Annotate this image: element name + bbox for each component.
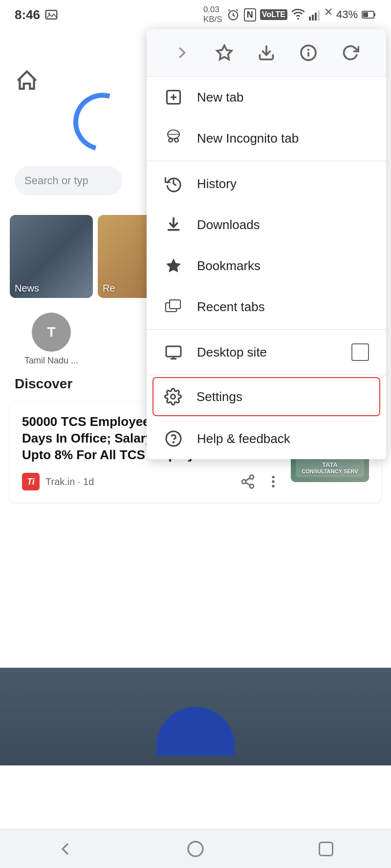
shortcut-area[interactable]: T Tamil Nadu ... (24, 313, 78, 366)
recent-tabs-label: Recent tabs (197, 299, 369, 315)
svg-rect-14 (363, 12, 368, 17)
downloads-label: Downloads (197, 217, 369, 233)
svg-point-38 (175, 139, 178, 142)
news-source: Ti Trak.in · 1d (22, 473, 94, 490)
status-left: 8:46 (15, 7, 59, 22)
download-button[interactable] (253, 39, 280, 66)
svg-line-4 (237, 10, 238, 11)
svg-line-18 (245, 483, 250, 485)
bookmarks-icon (164, 256, 183, 275)
svg-point-16 (242, 480, 246, 484)
divider-1 (147, 161, 386, 161)
re-label: Re (103, 283, 115, 294)
shortcut-icon: T (32, 313, 71, 352)
desktop-site-icon (164, 342, 183, 362)
svg-rect-13 (374, 13, 375, 16)
svg-rect-42 (170, 300, 180, 309)
menu-item-downloads[interactable]: Downloads (147, 204, 386, 245)
dropdown-menu: New tab New Incognito tab History (147, 29, 386, 459)
downloads-icon (164, 215, 183, 234)
svg-point-20 (272, 476, 274, 478)
settings-label: Settings (196, 389, 369, 404)
search-placeholder: Search or typ (24, 174, 88, 187)
menu-item-recent-tabs[interactable]: Recent tabs (147, 286, 386, 327)
svg-point-49 (188, 842, 203, 856)
desktop-site-label: Desktop site (197, 345, 338, 360)
menu-item-settings[interactable]: Settings (152, 377, 380, 416)
home-button[interactable] (181, 834, 210, 864)
bookmark-button[interactable] (211, 39, 238, 66)
svg-rect-8 (315, 13, 317, 21)
desktop-site-checkbox[interactable] (351, 343, 369, 361)
status-right: 0.03KB/S N VoLTE 43% (203, 5, 376, 24)
new-tab-icon (164, 87, 183, 107)
n-badge: N (244, 8, 256, 21)
battery-percent: 43% (336, 8, 358, 21)
forward-button[interactable] (169, 39, 196, 66)
divider-2 (147, 329, 386, 330)
recents-button[interactable] (311, 834, 341, 864)
tcs-logo-line2: CONSULTANCY SERV (299, 468, 361, 474)
back-button[interactable] (50, 834, 80, 864)
help-icon (164, 429, 183, 448)
shortcut-label: Tamil Nadu ... (24, 356, 78, 366)
menu-item-help[interactable]: Help & feedback (147, 418, 386, 459)
svg-point-22 (272, 485, 274, 487)
more-icon[interactable] (265, 474, 281, 489)
history-icon (164, 174, 183, 193)
blue-cap (156, 707, 235, 756)
svg-rect-9 (318, 11, 320, 21)
menu-item-desktop-site[interactable]: Desktop site (147, 332, 386, 373)
svg-rect-6 (309, 17, 311, 21)
svg-line-3 (228, 10, 229, 11)
svg-rect-50 (319, 842, 332, 855)
svg-point-15 (250, 475, 254, 479)
menu-item-new-tab[interactable]: New tab (147, 77, 386, 118)
x-signal (325, 8, 332, 21)
news-meta: Ti Trak.in · 1d (22, 473, 281, 490)
svg-point-5 (297, 18, 299, 20)
svg-rect-43 (166, 346, 181, 357)
wifi-icon (291, 8, 305, 21)
svg-point-37 (170, 139, 172, 142)
share-icon[interactable] (240, 474, 256, 489)
svg-marker-25 (217, 45, 232, 60)
history-label: History (197, 176, 369, 191)
source-name: Trak.in · 1d (45, 476, 94, 487)
data-speed: 0.03KB/S (203, 5, 222, 24)
incognito-icon (164, 128, 183, 148)
svg-marker-40 (166, 258, 181, 273)
menu-item-incognito[interactable]: New Incognito tab (147, 118, 386, 159)
search-bar[interactable]: Search or typ (15, 166, 122, 195)
bookmarks-label: Bookmarks (197, 258, 369, 274)
google-logo (73, 93, 132, 151)
signal-icon (309, 8, 321, 21)
source-favicon: Ti (22, 473, 40, 490)
home-icon[interactable] (15, 68, 39, 93)
svg-rect-7 (312, 15, 314, 21)
image-icon (44, 7, 59, 22)
settings-icon (163, 387, 183, 406)
svg-point-1 (48, 13, 50, 15)
bottom-nav (0, 829, 391, 868)
svg-point-17 (250, 485, 254, 488)
volte-badge: VoLTE (260, 9, 287, 20)
svg-point-21 (272, 481, 274, 483)
menu-item-history[interactable]: History (147, 163, 386, 204)
blue-cap-area (0, 668, 391, 765)
news-actions (240, 474, 281, 489)
news-label: News (15, 283, 39, 294)
svg-point-46 (171, 395, 175, 399)
info-button[interactable] (295, 39, 322, 66)
svg-line-19 (245, 478, 250, 481)
status-time: 8:46 (15, 7, 40, 22)
dropdown-toolbar (147, 29, 386, 77)
new-tab-label: New tab (197, 90, 369, 105)
menu-item-bookmarks[interactable]: Bookmarks (147, 245, 386, 286)
news-thumbnail[interactable]: News (10, 215, 93, 298)
status-bar: 8:46 0.03KB/S N VoLTE 43% (0, 0, 391, 29)
help-label: Help & feedback (197, 431, 369, 446)
divider-3 (147, 375, 386, 375)
incognito-label: New Incognito tab (197, 131, 369, 146)
refresh-button[interactable] (337, 39, 364, 66)
